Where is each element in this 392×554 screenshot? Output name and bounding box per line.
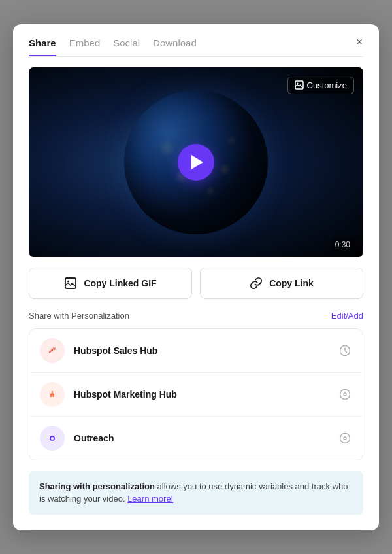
hubspot-marketing-icon — [40, 382, 65, 407]
copy-link-button[interactable]: Copy Link — [200, 268, 363, 299]
outreach-icon — [40, 426, 65, 451]
svg-point-10 — [344, 393, 346, 396]
outreach-action[interactable] — [338, 431, 352, 445]
play-icon — [191, 155, 203, 169]
integration-item-hubspot-marketing[interactable]: Hubspot Marketing Hub — [29, 373, 363, 417]
modal-backdrop: × Share Embed Social Download — [0, 0, 392, 554]
copy-link-label: Copy Link — [269, 278, 314, 288]
svg-point-5 — [53, 347, 56, 350]
personalization-title: Share with Personalization — [29, 311, 129, 320]
tab-embed[interactable]: Embed — [69, 37, 101, 56]
tab-share[interactable]: Share — [29, 37, 56, 56]
svg-point-8 — [52, 390, 53, 392]
svg-point-3 — [67, 280, 69, 282]
personalization-header: Share with Personalization Edit/Add — [29, 311, 363, 320]
video-player: Customize 0:30 — [29, 67, 363, 257]
outreach-name: Outreach — [74, 433, 338, 443]
action-buttons: Copy Linked GIF Copy Link — [29, 268, 363, 299]
copy-gif-button[interactable]: Copy Linked GIF — [29, 268, 192, 299]
customize-button[interactable]: Customize — [287, 77, 354, 94]
svg-point-1 — [297, 83, 298, 84]
integration-list: Hubspot Sales Hub Hubspot — [29, 328, 363, 460]
copy-gif-label: Copy Linked GIF — [84, 278, 156, 288]
svg-point-14 — [340, 433, 350, 443]
play-button[interactable] — [178, 144, 214, 181]
svg-point-13 — [51, 437, 54, 440]
tab-bar: Share Embed Social Download — [29, 37, 363, 57]
info-box: Sharing with personalization allows you … — [29, 471, 363, 515]
tab-download[interactable]: Download — [153, 37, 197, 56]
hubspot-sales-name: Hubspot Sales Hub — [74, 345, 338, 356]
link-icon — [250, 277, 263, 290]
video-background: Customize 0:30 — [29, 67, 363, 257]
info-bold-text: Sharing with personalization — [39, 481, 155, 491]
integration-item-hubspot-sales[interactable]: Hubspot Sales Hub — [29, 329, 363, 373]
image-customize-icon — [295, 80, 304, 90]
integration-item-outreach[interactable]: Outreach — [29, 417, 363, 460]
svg-point-9 — [340, 389, 350, 399]
share-modal: × Share Embed Social Download — [13, 24, 379, 530]
customize-label: Customize — [307, 80, 347, 90]
tab-social[interactable]: Social — [113, 37, 140, 56]
hubspot-sales-icon — [40, 338, 65, 363]
svg-rect-2 — [65, 278, 76, 288]
close-button[interactable]: × — [350, 33, 368, 52]
hubspot-marketing-name: Hubspot Marketing Hub — [74, 389, 338, 400]
svg-point-15 — [344, 437, 346, 440]
hubspot-sales-action[interactable] — [338, 343, 352, 358]
edit-add-button[interactable]: Edit/Add — [331, 311, 363, 320]
video-duration: 0:30 — [331, 239, 354, 251]
hubspot-marketing-action[interactable] — [338, 387, 352, 402]
gif-icon — [64, 277, 77, 290]
learn-more-link[interactable]: Learn more! — [127, 494, 173, 504]
